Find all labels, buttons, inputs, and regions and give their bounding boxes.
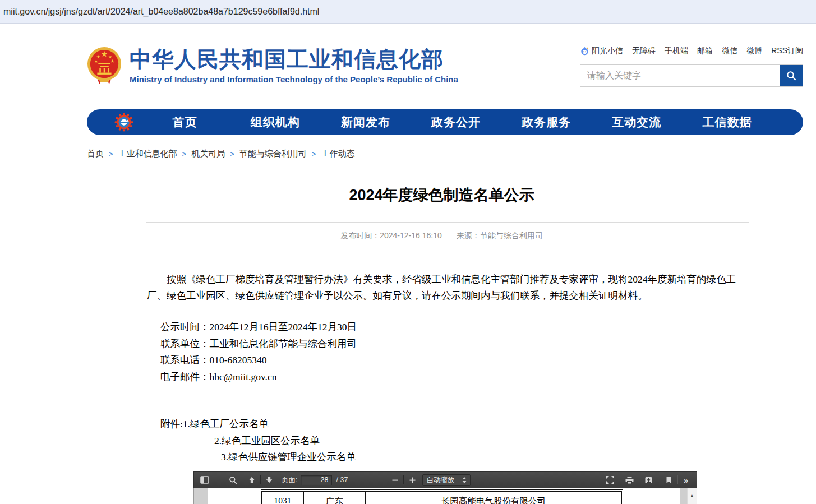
header-right: 阳光小信 无障碍 手机端 邮箱 微信 微博 RSS订阅 bbox=[580, 46, 803, 87]
national-emblem-icon bbox=[87, 46, 122, 85]
site-brand: 中华人民共和国工业和信息化部 Ministry of Industry and … bbox=[87, 46, 458, 85]
attachment-green-industrial-park[interactable]: 2.绿色工业园区公示名单 bbox=[160, 433, 749, 450]
nav-item-news[interactable]: 新闻发布 bbox=[320, 114, 411, 130]
page-number-input[interactable] bbox=[301, 475, 332, 485]
robot-assistant-icon bbox=[580, 47, 589, 56]
miit-logo-icon[interactable] bbox=[114, 112, 134, 132]
main-nav: 首页 组织机构 新闻发布 政务公开 政务服务 互动交流 工信数据 bbox=[87, 109, 803, 135]
attachment-green-supply-chain[interactable]: 3.绿色供应链管理企业公示名单 bbox=[160, 449, 749, 466]
breadcrumb-work-updates[interactable]: 工作动态 bbox=[321, 149, 354, 159]
previous-page-icon[interactable] bbox=[245, 474, 259, 486]
quick-link-mail[interactable]: 邮箱 bbox=[697, 46, 713, 56]
pdf-cell-company: 长园高能电气股份有限公司 bbox=[365, 492, 622, 504]
page-label: 页面: bbox=[282, 475, 297, 485]
zoom-in-icon[interactable] bbox=[405, 474, 419, 486]
article-paragraph: 按照《绿色工厂梯度培育及管理暂行办法》有关要求，经省级工业和信息化主管部门推荐及… bbox=[147, 271, 749, 304]
sidebar-toggle-icon[interactable] bbox=[198, 474, 211, 486]
bookmark-icon[interactable] bbox=[662, 474, 675, 486]
contact-unit-line: 联系单位：工业和信息化部节能与综合利用司 bbox=[160, 336, 749, 353]
breadcrumb-separator: > bbox=[312, 150, 316, 158]
page-total: / 37 bbox=[336, 476, 348, 484]
pdf-scrollbar[interactable]: ▲ bbox=[687, 488, 697, 504]
pdf-toolbar: 页面: / 37 自动缩放 bbox=[193, 471, 697, 488]
zoom-mode-select[interactable]: 自动缩放 bbox=[422, 474, 471, 486]
search-icon bbox=[786, 70, 797, 81]
presentation-mode-icon[interactable] bbox=[603, 474, 617, 486]
breadcrumb-home[interactable]: 首页 bbox=[87, 149, 104, 159]
article-body: 按照《绿色工厂梯度培育及管理暂行办法》有关要求，经省级工业和信息化主管部门推荐及… bbox=[135, 271, 749, 304]
select-arrows-icon bbox=[462, 477, 467, 483]
breadcrumb-separator: > bbox=[109, 150, 113, 158]
quick-link-wechat[interactable]: 微信 bbox=[722, 46, 737, 56]
find-in-document-icon[interactable] bbox=[226, 474, 239, 486]
title-divider bbox=[146, 222, 749, 223]
zoom-controls: 自动缩放 bbox=[388, 474, 471, 486]
site-subtitle: Ministry of Industry and Information Tec… bbox=[130, 75, 458, 84]
header-quick-links: 阳光小信 无障碍 手机端 邮箱 微信 微博 RSS订阅 bbox=[580, 46, 803, 56]
pdf-cell-number: 1031 bbox=[261, 492, 303, 504]
nav-item-data[interactable]: 工信数据 bbox=[682, 114, 772, 130]
publicity-period-line: 公示时间：2024年12月16日至2024年12月30日 bbox=[160, 319, 749, 336]
quick-link-mobile[interactable]: 手机端 bbox=[665, 46, 688, 56]
search-button[interactable] bbox=[780, 65, 803, 86]
pdf-page: 1031 广东 长园高能电气股份有限公司 bbox=[208, 488, 680, 504]
breadcrumb-separator: > bbox=[182, 150, 187, 158]
pdf-cell-province: 广东 bbox=[303, 492, 365, 504]
nav-item-interaction[interactable]: 互动交流 bbox=[592, 114, 682, 130]
search-input[interactable] bbox=[580, 65, 780, 86]
breadcrumb-departments[interactable]: 机关司局 bbox=[191, 149, 225, 159]
pdf-content-area: 1031 广东 长园高能电气股份有限公司 ▲ bbox=[193, 488, 697, 504]
nav-item-home[interactable]: 首页 bbox=[140, 114, 230, 130]
nav-item-gov-disclosure[interactable]: 政务公开 bbox=[411, 114, 501, 130]
contact-email-line: 电子邮件：hbc@miit.gov.cn bbox=[160, 369, 749, 386]
breadcrumb-miit[interactable]: 工业和信息化部 bbox=[118, 149, 177, 159]
nav-item-organization[interactable]: 组织机构 bbox=[230, 114, 320, 130]
zoom-out-icon[interactable] bbox=[388, 474, 402, 486]
contact-phone-line: 联系电话：010-68205340 bbox=[160, 352, 749, 369]
quick-link-assistant[interactable]: 阳光小信 bbox=[580, 46, 623, 56]
toolbar-divider bbox=[677, 475, 677, 484]
site-title: 中华人民共和国工业和信息化部 bbox=[130, 47, 458, 72]
pdf-table-row: 1031 广东 长园高能电气股份有限公司 bbox=[261, 491, 622, 504]
breadcrumb-energy-dept[interactable]: 节能与综合利用司 bbox=[239, 149, 307, 159]
browser-address-bar[interactable]: miit.gov.cn/jgsj/jns/gzdt/art/2024/art_b… bbox=[0, 0, 816, 24]
nav-item-gov-services[interactable]: 政务服务 bbox=[501, 114, 592, 130]
quick-link-weibo[interactable]: 微博 bbox=[746, 46, 762, 56]
quick-link-rss[interactable]: RSS订阅 bbox=[771, 46, 803, 56]
article-title: 2024年度绿色制造名单公示 bbox=[135, 185, 749, 205]
article: 2024年度绿色制造名单公示 发布时间：2024-12-16 16:10来源：节… bbox=[135, 185, 749, 466]
breadcrumb: 首页 > 工业和信息化部 > 机关司局 > 节能与综合利用司 > 工作动态 bbox=[87, 149, 816, 159]
source-value: 节能与综合利用司 bbox=[480, 231, 543, 240]
attachments-list: 附件:1.绿色工厂公示名单 2.绿色工业园区公示名单 3.绿色供应链管理企业公示… bbox=[135, 416, 749, 466]
contact-info: 公示时间：2024年12月16日至2024年12月30日 联系单位：工业和信息化… bbox=[135, 319, 749, 385]
pdf-viewer: 页面: / 37 自动缩放 bbox=[193, 471, 697, 504]
source-label: 来源： bbox=[457, 231, 480, 240]
scroll-up-icon[interactable]: ▲ bbox=[688, 488, 697, 501]
quick-link-accessibility[interactable]: 无障碍 bbox=[632, 46, 656, 56]
breadcrumb-separator: > bbox=[230, 150, 234, 158]
attachment-green-factory[interactable]: 附件:1.绿色工厂公示名单 bbox=[160, 416, 749, 433]
article-meta: 发布时间：2024-12-16 16:10来源：节能与综合利用司 bbox=[135, 231, 749, 241]
pdf-table-top-rule bbox=[261, 489, 623, 490]
next-page-icon[interactable] bbox=[262, 474, 276, 486]
toolbar-divider bbox=[260, 475, 261, 484]
brand-titles: 中华人民共和国工业和信息化部 Ministry of Industry and … bbox=[130, 47, 458, 84]
print-icon[interactable] bbox=[623, 474, 636, 486]
more-tools-icon[interactable]: » bbox=[679, 474, 693, 486]
search-bar bbox=[580, 64, 803, 87]
page-url[interactable]: miit.gov.cn/jgsj/jns/gzdt/art/2024/art_b… bbox=[3, 7, 319, 17]
publish-time-label: 发布时间： bbox=[340, 231, 380, 240]
zoom-mode-value: 自动缩放 bbox=[426, 475, 454, 485]
publish-time: 2024-12-16 16:10 bbox=[380, 231, 442, 240]
toolbar-right-group: » bbox=[603, 474, 693, 486]
toolbar-divider bbox=[403, 475, 404, 484]
site-header: 中华人民共和国工业和信息化部 Ministry of Industry and … bbox=[0, 24, 816, 87]
download-icon[interactable] bbox=[642, 474, 655, 486]
